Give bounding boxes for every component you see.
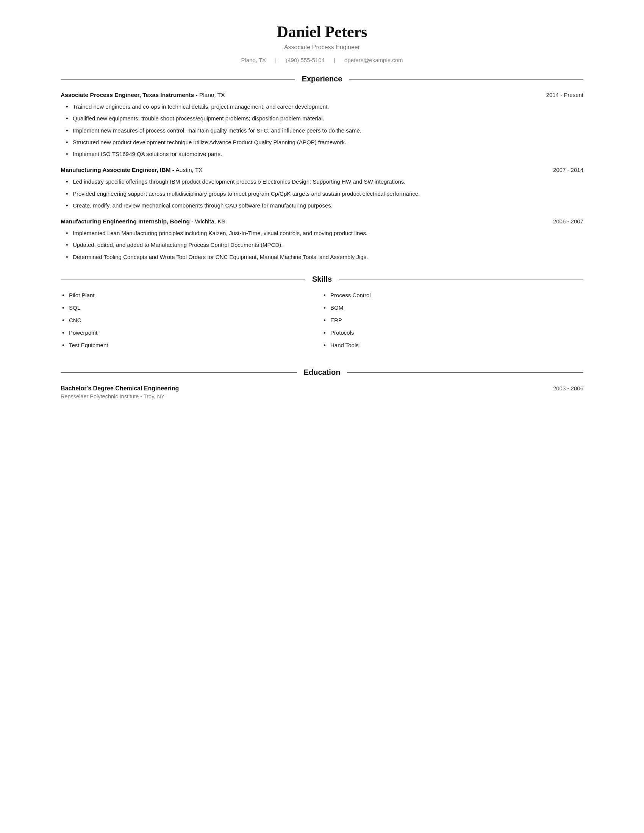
skill-right-2: BOM — [322, 304, 583, 311]
skill-left-3: CNC — [61, 317, 322, 323]
bullet-1-2: Qualified new equipments; trouble shoot … — [64, 114, 583, 123]
job-dates-3: 2006 - 2007 — [553, 218, 583, 225]
candidate-name: Daniel Peters — [61, 23, 583, 41]
job-title-bold-2: Manufacturing Associate Engineer, IBM - — [61, 167, 174, 173]
contact-info: Plano, TX | (490) 555-5104 | dpeters@exa… — [61, 57, 583, 63]
skill-right-5: Hand Tools — [322, 342, 583, 348]
skills-section-title: Skills — [312, 275, 332, 284]
bullet-1-5: Implement ISO TS16949 QA solutions for a… — [64, 150, 583, 158]
bullet-1-3: Implement new measures of process contro… — [64, 126, 583, 135]
contact-email: dpeters@example.com — [345, 57, 402, 63]
bullet-1-1: Trained new engineers and co-ops in tech… — [64, 102, 583, 111]
education-line-left — [61, 372, 297, 373]
contact-separator-2: | — [334, 57, 335, 63]
skill-right-4: Protocols — [322, 330, 583, 336]
education-entry-1: Bachelor's Degree Chemical Engineering 2… — [61, 385, 583, 399]
experience-section-header: Experience — [61, 75, 583, 83]
skill-left-5: Test Equipment — [61, 342, 322, 348]
job-entry-3: Manufacturing Engineering Internship, Bo… — [61, 218, 583, 261]
skills-left-column: Pilot Plant SQL CNC Powerpoint Test Equi… — [61, 292, 322, 354]
job-dates-1: 2014 - Present — [546, 92, 583, 98]
skills-line-left — [61, 279, 305, 280]
skill-left-2: SQL — [61, 304, 322, 311]
contact-separator-1: | — [275, 57, 277, 63]
bullet-3-2: Updated, edited, and added to Manufactur… — [64, 240, 583, 249]
education-section-title: Education — [304, 368, 341, 377]
skills-right-column: Process Control BOM ERP Protocols Hand T… — [322, 292, 583, 354]
contact-phone: (490) 555-5104 — [286, 57, 325, 63]
bullet-3-1: Implemented Lean Manufacturing principle… — [64, 229, 583, 237]
candidate-title: Associate Process Engineer — [61, 44, 583, 51]
section-line-right — [349, 79, 583, 79]
contact-location: Plano, TX — [241, 57, 266, 63]
job-title-rest-3: Wichita, KS — [193, 218, 225, 225]
skills-section-header: Skills — [61, 275, 583, 284]
edu-school-1: Rensselaer Polytechnic Institute - Troy,… — [61, 393, 583, 399]
job-bullets-3: Implemented Lean Manufacturing principle… — [64, 229, 583, 261]
bullet-3-3: Determined Tooling Concepts and Wrote To… — [64, 252, 583, 261]
skills-grid: Pilot Plant SQL CNC Powerpoint Test Equi… — [61, 292, 583, 354]
bullet-2-2: Provided engineering support across mult… — [64, 189, 583, 198]
education-section: Education Bachelor's Degree Chemical Eng… — [61, 368, 583, 399]
experience-section: Experience Associate Process Engineer, T… — [61, 75, 583, 261]
edu-degree-1: Bachelor's Degree Chemical Engineering — [61, 385, 179, 392]
skills-section: Skills Pilot Plant SQL CNC Powerpoint Te… — [61, 275, 583, 354]
job-title-2: Manufacturing Associate Engineer, IBM - … — [61, 167, 203, 174]
job-title-bold-3: Manufacturing Engineering Internship, Bo… — [61, 218, 193, 225]
bullet-2-3: Create, modify, and review mechanical co… — [64, 201, 583, 210]
job-entry-2: Manufacturing Associate Engineer, IBM - … — [61, 167, 583, 210]
section-line-left — [61, 79, 295, 79]
bullet-1-4: Structured new product development techn… — [64, 138, 583, 146]
job-title-3: Manufacturing Engineering Internship, Bo… — [61, 218, 225, 225]
job-bullets-2: Led industry specific offerings through … — [64, 177, 583, 210]
edu-dates-1: 2003 - 2006 — [553, 385, 583, 391]
job-header-2: Manufacturing Associate Engineer, IBM - … — [61, 167, 583, 174]
resume-header: Daniel Peters Associate Process Engineer… — [61, 23, 583, 63]
skill-right-3: ERP — [322, 317, 583, 323]
education-section-header: Education — [61, 368, 583, 377]
job-title-rest-1: Plano, TX — [198, 92, 225, 98]
job-header-3: Manufacturing Engineering Internship, Bo… — [61, 218, 583, 225]
edu-header-1: Bachelor's Degree Chemical Engineering 2… — [61, 385, 583, 392]
job-title-bold-1: Associate Process Engineer, Texas Instru… — [61, 92, 198, 98]
bullet-2-1: Led industry specific offerings through … — [64, 177, 583, 186]
skill-left-1: Pilot Plant — [61, 292, 322, 298]
job-header-1: Associate Process Engineer, Texas Instru… — [61, 92, 583, 98]
job-dates-2: 2007 - 2014 — [553, 167, 583, 173]
job-entry-1: Associate Process Engineer, Texas Instru… — [61, 92, 583, 158]
skills-line-right — [339, 279, 583, 280]
skill-right-1: Process Control — [322, 292, 583, 298]
job-bullets-1: Trained new engineers and co-ops in tech… — [64, 102, 583, 158]
experience-section-title: Experience — [302, 75, 343, 83]
job-title-rest-2: Austin, TX — [174, 167, 203, 173]
skill-left-4: Powerpoint — [61, 330, 322, 336]
job-title-1: Associate Process Engineer, Texas Instru… — [61, 92, 225, 98]
education-line-right — [347, 372, 583, 373]
